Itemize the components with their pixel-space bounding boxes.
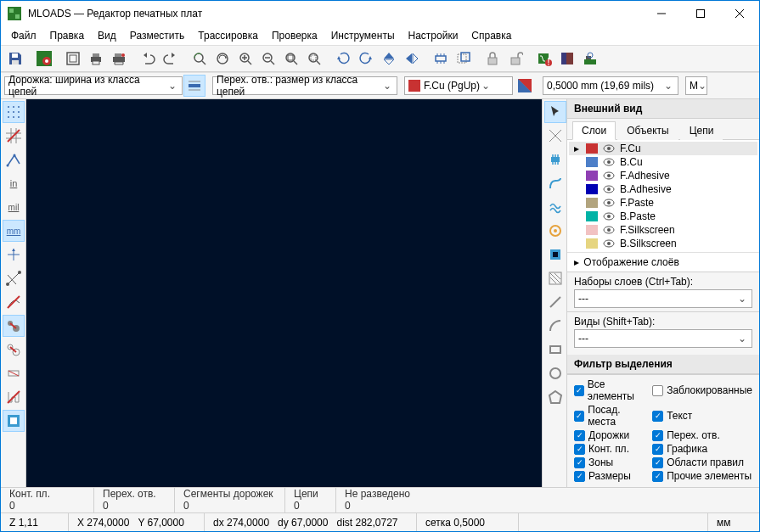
layer-presets-select[interactable]: ---⌄: [574, 289, 752, 308]
visibility-icon[interactable]: [603, 199, 615, 207]
place-polygon-button[interactable]: [544, 386, 566, 408]
pad-display-button[interactable]: [3, 362, 25, 384]
scripting-button[interactable]: [556, 48, 578, 70]
rotate-ccw-button[interactable]: [332, 48, 354, 70]
menu-file[interactable]: Файл: [4, 28, 43, 43]
auto-track-width-button[interactable]: [183, 75, 205, 97]
menu-view[interactable]: Вид: [91, 28, 123, 43]
units-mil-button[interactable]: mil: [3, 196, 25, 218]
visibility-icon[interactable]: [603, 144, 615, 153]
layer-row[interactable]: B.Adhesive: [569, 182, 757, 196]
3d-viewer-button[interactable]: [579, 48, 601, 70]
filter-checkbox[interactable]: ✓Прочие элементы: [652, 470, 752, 482]
layer-row[interactable]: B.Paste: [569, 210, 757, 223]
footprint-editor-button[interactable]: [430, 48, 452, 70]
layer-row[interactable]: B.Cu: [569, 155, 757, 169]
layer-color-swatch[interactable]: [586, 211, 598, 221]
ratsnest-curved-button[interactable]: [3, 291, 25, 313]
layer-row[interactable]: F.Adhesive: [569, 169, 757, 182]
zoom-refresh-button[interactable]: [189, 48, 211, 70]
layer-row[interactable]: F.Silkscreen: [569, 223, 757, 237]
select-tool-button[interactable]: [544, 101, 566, 123]
menu-inspect[interactable]: Проверка: [265, 28, 324, 43]
place-zone-button[interactable]: [544, 244, 566, 266]
layer-color-swatch[interactable]: [586, 198, 598, 208]
update-pcb-button[interactable]: [453, 48, 475, 70]
place-arc-button[interactable]: [544, 315, 566, 337]
track-display-button[interactable]: [3, 410, 25, 432]
units-in-button[interactable]: in: [3, 172, 25, 194]
layer-color-swatch[interactable]: [586, 157, 598, 167]
flip-vertical-button[interactable]: [378, 48, 400, 70]
via-size-select[interactable]: Перех. отв.: размер из класса цепей⌄: [212, 76, 397, 95]
redo-button[interactable]: [160, 48, 182, 70]
route-track-button[interactable]: [544, 172, 566, 194]
units-mm-button[interactable]: mm: [3, 220, 25, 242]
page-settings-button[interactable]: [62, 48, 84, 70]
board-setup-button[interactable]: [33, 48, 55, 70]
undo-button[interactable]: [137, 48, 159, 70]
layer-pair-button[interactable]: [514, 75, 536, 97]
print-button[interactable]: [85, 48, 107, 70]
maximize-button[interactable]: [681, 1, 720, 26]
place-rect-button[interactable]: [544, 339, 566, 361]
route-diff-pair-button[interactable]: [544, 196, 566, 218]
layer-select[interactable]: F.Cu (PgUp) ⌄: [404, 76, 513, 95]
zoom-selection-button[interactable]: [303, 48, 325, 70]
minimize-button[interactable]: [642, 1, 681, 26]
display-layers-toggle[interactable]: ▸ Отображение слоёв: [567, 252, 759, 272]
grid-dots-button[interactable]: [3, 101, 25, 123]
layer-color-swatch[interactable]: [586, 171, 598, 181]
zoom-mode-select[interactable]: М⌄: [685, 76, 707, 95]
zoom-in-button[interactable]: [234, 48, 256, 70]
zone-display-filled-button[interactable]: [3, 315, 25, 337]
layer-color-swatch[interactable]: [586, 184, 598, 194]
filter-checkbox[interactable]: ✓Области правил: [652, 456, 752, 468]
layer-color-swatch[interactable]: [586, 225, 598, 235]
visibility-icon[interactable]: [603, 226, 615, 234]
menu-help[interactable]: Справка: [464, 28, 518, 43]
visibility-icon[interactable]: [603, 171, 615, 180]
filter-checkbox[interactable]: ✓Все элементы: [574, 378, 647, 402]
tab-nets[interactable]: Цепи: [680, 121, 723, 140]
place-footprint-button[interactable]: [544, 148, 566, 171]
visibility-icon[interactable]: [603, 185, 615, 193]
visibility-icon[interactable]: [603, 158, 615, 166]
zoom-fit-button[interactable]: [280, 48, 302, 70]
flip-horizontal-button[interactable]: [401, 48, 423, 70]
close-button[interactable]: [720, 1, 759, 26]
filter-checkbox[interactable]: ✓Перех. отв.: [652, 429, 752, 441]
viewports-select[interactable]: ---⌄: [574, 329, 752, 348]
unlock-button[interactable]: [504, 48, 526, 70]
menu-place[interactable]: Разместить: [123, 28, 192, 43]
menu-edit[interactable]: Правка: [43, 28, 92, 43]
highlight-net-button[interactable]: [544, 125, 566, 147]
place-line-button[interactable]: [544, 291, 566, 313]
pcb-canvas[interactable]: [26, 99, 542, 487]
zone-display-outline-button[interactable]: [3, 339, 25, 361]
filter-checkbox[interactable]: ✓Текст: [652, 404, 752, 428]
drc-button[interactable]: !: [533, 48, 555, 70]
layer-row[interactable]: ▸F.Cu: [569, 142, 757, 155]
grid-select[interactable]: 0,5000 mm (19,69 mils)⌄: [543, 76, 678, 95]
place-via-button[interactable]: [544, 220, 566, 242]
filter-checkbox[interactable]: ✓Размеры: [574, 470, 647, 482]
layer-row[interactable]: F.Paste: [569, 196, 757, 210]
filter-checkbox[interactable]: ✓Конт. пл.: [574, 443, 647, 455]
via-display-button[interactable]: [3, 386, 25, 408]
grid-lines-button[interactable]: [3, 125, 25, 147]
filter-checkbox[interactable]: ✓Зоны: [574, 456, 647, 468]
layer-color-swatch[interactable]: [586, 143, 598, 154]
place-circle-button[interactable]: [544, 362, 566, 384]
polar-coord-button[interactable]: [3, 148, 25, 171]
plot-button[interactable]: [108, 48, 130, 70]
filter-checkbox[interactable]: ✓Дорожки: [574, 429, 647, 441]
visibility-icon[interactable]: [603, 212, 615, 221]
visibility-icon[interactable]: [603, 239, 615, 248]
tab-layers[interactable]: Слои: [572, 121, 616, 140]
zoom-out-button[interactable]: [257, 48, 279, 70]
lock-button[interactable]: [481, 48, 504, 70]
save-button[interactable]: [4, 48, 26, 70]
menu-route[interactable]: Трассировка: [191, 28, 265, 43]
layer-color-swatch[interactable]: [586, 238, 598, 249]
